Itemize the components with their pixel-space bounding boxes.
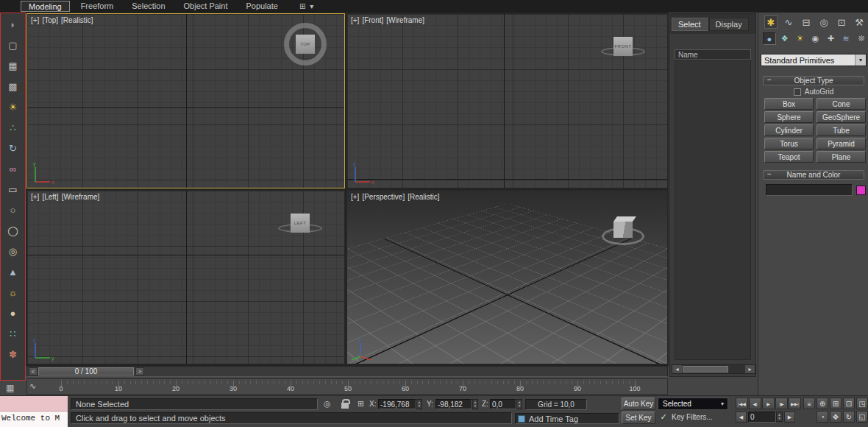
pan-icon[interactable]: ✥	[830, 411, 842, 423]
sphere-shape-icon[interactable]: ●	[4, 306, 22, 320]
go-to-end-button[interactable]: ▶▶|	[789, 398, 801, 409]
track-bar[interactable]: ∿ 0102030405060708090100	[26, 378, 668, 395]
space-warps-category-icon[interactable]: ≋	[839, 32, 853, 45]
maxscript-macro-recorder[interactable]	[0, 396, 68, 412]
rollout-collapse-icon[interactable]: −	[767, 76, 772, 84]
viewcube[interactable]	[602, 214, 647, 253]
rectangle-shape-icon[interactable]: ▭	[4, 182, 22, 197]
viewcube-face[interactable]: TOP	[296, 35, 315, 54]
ellipse-shape-icon[interactable]: ○	[4, 202, 22, 217]
lights-category-icon[interactable]: ☀	[794, 32, 807, 45]
viewport-shading-button[interactable]: [Wireframe]	[62, 193, 100, 201]
viewport-shading-button[interactable]: [Realistic]	[408, 193, 439, 201]
selection-set-dropdown[interactable]: Selected ▾	[658, 398, 728, 410]
time-slider-next-button[interactable]: >	[135, 367, 144, 375]
zoom-all-icon[interactable]: ⊞	[830, 398, 842, 409]
y-spinner[interactable]: ▲▼	[472, 399, 478, 409]
shapes-category-icon[interactable]: ❖	[778, 32, 791, 45]
primitive-button[interactable]: Box	[764, 98, 814, 110]
set-key-mode-icon[interactable]: ✓	[658, 412, 669, 424]
brush-select-icon[interactable]: ◗	[4, 17, 22, 32]
circle-shape-icon[interactable]: ◯	[4, 223, 22, 238]
geometry-category-icon[interactable]: ●	[763, 32, 776, 45]
isolate-pin-icon[interactable]: ◎	[324, 399, 331, 409]
selection-lock-icon[interactable]	[341, 403, 349, 409]
ribbon-tab[interactable]: Modeling	[21, 1, 70, 12]
viewport-top[interactable]: [+] [Top] [Realistic] TOP x y	[26, 13, 345, 188]
viewport-menu-button[interactable]: [+]	[351, 16, 359, 24]
autogrid-checkbox[interactable]	[794, 88, 801, 96]
viewport-menu-button[interactable]: [+]	[31, 193, 39, 201]
viewport-name-button[interactable]: [Front]	[362, 16, 383, 24]
scene-explorer-scrollbar[interactable]: ◂ ▸	[672, 364, 755, 374]
viewcube-cube[interactable]	[613, 222, 633, 238]
scene-explorer-tab[interactable]: Select	[672, 18, 708, 31]
viewport-menu-button[interactable]: [+]	[31, 16, 39, 24]
primitive-button[interactable]: Cone	[817, 98, 866, 110]
time-slider-track[interactable]: < 0 / 100 >	[26, 366, 668, 377]
maxscript-mini-listener[interactable]: Welcome to M	[0, 412, 68, 427]
sun-icon[interactable]: ☼	[4, 285, 22, 300]
scatter-points-icon[interactable]: ∷	[4, 326, 22, 341]
object-color-swatch[interactable]	[856, 186, 866, 195]
key-filters-button[interactable]: Key Filters...	[672, 413, 729, 424]
zoom-extents-all-icon[interactable]: ◳	[856, 398, 868, 409]
ribbon-tab[interactable]: Selection	[124, 1, 172, 12]
scene-explorer-tab[interactable]: Display	[709, 18, 749, 31]
rollout-collapse-icon[interactable]: −	[767, 170, 772, 178]
add-time-tag-box[interactable]: Add Time Tag	[515, 413, 619, 424]
viewport-shading-button[interactable]: [Realistic]	[61, 16, 93, 24]
viewport-left[interactable]: [+] [Left] [Wireframe] LEFT y z	[26, 190, 345, 364]
viewcube[interactable]: FRONT	[601, 33, 648, 64]
name-and-color-rollout-header[interactable]: − Name and Color	[763, 170, 864, 180]
add-time-tag-label[interactable]: Add Time Tag	[529, 414, 578, 423]
primitive-button[interactable]: Cylinder	[764, 124, 814, 136]
play-button[interactable]: ▶	[762, 398, 775, 409]
orbit-icon[interactable]: ↻	[843, 411, 855, 423]
viewcube[interactable]: LEFT	[278, 210, 325, 241]
ribbon-tab[interactable]: Populate	[238, 1, 285, 12]
scene-explorer-list[interactable]	[675, 60, 751, 360]
viewcube[interactable]: TOP	[284, 23, 327, 66]
orbit-tool-icon[interactable]: ↻	[4, 141, 22, 155]
ribbon-config-icon[interactable]: ⊞	[299, 2, 305, 10]
primitive-button[interactable]: Torus	[764, 138, 814, 149]
field-of-view-icon[interactable]: ◔	[817, 411, 828, 423]
utilities-tab-icon[interactable]: ⚒	[853, 15, 866, 29]
swirl-brush-icon[interactable]: ✽	[4, 347, 22, 361]
object-type-rollout-header[interactable]: − Object Type	[763, 76, 864, 85]
previous-key-button[interactable]: ◀	[736, 412, 747, 423]
object-name-field[interactable]	[766, 184, 853, 196]
torus-shape-icon[interactable]: ◎	[4, 244, 22, 258]
mini-curve-editor-icon[interactable]: ∿	[29, 381, 36, 391]
helpers-category-icon[interactable]: ✚	[824, 32, 837, 45]
ribbon-collapse-caret-icon[interactable]: ▾	[310, 2, 313, 10]
pattern-grid-icon[interactable]: ▩	[4, 79, 22, 93]
y-coordinate-field[interactable]	[435, 399, 472, 409]
time-slider-prev-button[interactable]: <	[29, 367, 38, 375]
hierarchy-tab-icon[interactable]: ⊟	[800, 15, 813, 29]
current-frame-field[interactable]	[748, 412, 776, 423]
viewport-layout-tabs-icon[interactable]: ▦	[6, 383, 14, 393]
viewport-front[interactable]: [+] [Front] [Wireframe] FRONT x z	[346, 13, 668, 188]
zoom-icon[interactable]: ⊕	[817, 398, 828, 409]
primitive-button[interactable]: GeoSphere	[817, 111, 866, 123]
primitive-button[interactable]: Teapot	[764, 151, 814, 163]
motion-tab-icon[interactable]: ◎	[817, 15, 830, 29]
chevron-down-icon[interactable]: ▾	[717, 400, 728, 407]
viewport-perspective[interactable]: [+] [Perspective] [Realistic] z	[346, 190, 668, 364]
primitive-button[interactable]: Plane	[817, 151, 866, 163]
cone-shape-icon[interactable]: ▲	[4, 264, 22, 279]
primitive-button[interactable]: Pyramid	[817, 138, 866, 149]
viewcube-face[interactable]: LEFT	[291, 214, 310, 233]
marquee-select-icon[interactable]: ▢	[4, 38, 22, 52]
primitive-button[interactable]: Sphere	[764, 111, 814, 123]
grid-icon[interactable]: ▦	[4, 58, 22, 73]
scrollbar-thumb[interactable]	[683, 366, 728, 373]
maximize-viewport-icon[interactable]: ◱	[856, 411, 868, 423]
dropdown-arrow-icon[interactable]: ▾	[855, 54, 866, 66]
key-mode-toggle-icon[interactable]: ⊞	[803, 398, 815, 409]
modify-tab-icon[interactable]: ∿	[782, 15, 795, 29]
go-to-start-button[interactable]: |◀◀	[736, 398, 748, 409]
viewport-shading-button[interactable]: [Wireframe]	[386, 16, 424, 24]
